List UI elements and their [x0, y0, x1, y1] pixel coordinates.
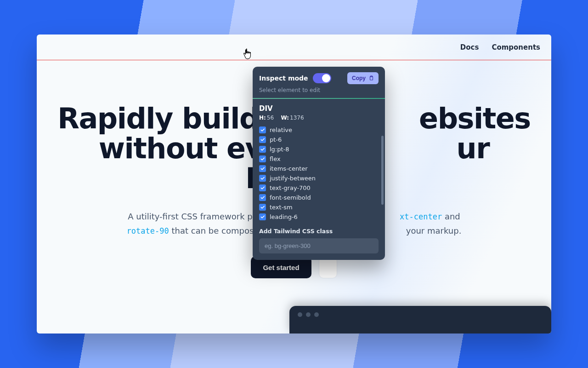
class-name: text-sm	[270, 204, 293, 211]
hero-code-b: rotate-90	[127, 226, 169, 236]
class-row[interactable]: text-sm	[259, 204, 379, 211]
nav-link-components[interactable]: Components	[492, 43, 540, 52]
window-controls	[298, 312, 319, 317]
class-row[interactable]: leading-6	[259, 213, 379, 220]
check-icon	[260, 214, 265, 219]
hero-sub-c: that can be compose	[171, 226, 259, 236]
check-icon	[260, 147, 265, 152]
hero-code-a: xt-center	[400, 212, 442, 221]
dim-w-value: 1376	[290, 115, 304, 121]
class-row[interactable]: relative	[259, 126, 379, 133]
inspector-body: DIV H:56 W:1376 relative pt-6 lg:pt-8	[253, 99, 385, 260]
toggle-knob	[322, 74, 330, 82]
class-name: justify-between	[270, 175, 316, 182]
copy-button[interactable]: Copy	[347, 72, 379, 84]
copy-button-label: Copy	[352, 75, 366, 81]
dim-w-label: W:	[281, 115, 289, 121]
check-icon	[260, 185, 265, 190]
hero-title-part2: ebsites	[419, 102, 531, 135]
window-dot-icon	[298, 312, 302, 317]
checkbox-checked[interactable]	[259, 194, 266, 201]
class-name: leading-6	[270, 213, 298, 220]
class-row[interactable]: flex	[259, 155, 379, 162]
class-row[interactable]: lg:pt-8	[259, 146, 379, 153]
add-class-input[interactable]	[259, 238, 379, 253]
element-dimensions: H:56 W:1376	[259, 115, 379, 121]
hero-title-part1: Rapidly build	[57, 102, 259, 135]
inspect-mode-toggle[interactable]	[313, 73, 331, 83]
add-class-label: Add Tailwind CSS class	[259, 228, 379, 235]
scrollbar-thumb[interactable]	[381, 136, 384, 205]
inspector-title: Inspect mode	[259, 75, 308, 82]
checkbox-checked[interactable]	[259, 136, 266, 143]
check-icon	[260, 166, 265, 171]
check-icon	[260, 127, 265, 132]
class-name: font-semibold	[270, 194, 311, 201]
checkbox-checked[interactable]	[259, 204, 266, 211]
clipboard-icon	[368, 75, 374, 81]
header-bar: Docs Components	[37, 34, 551, 60]
dim-h-value: 56	[267, 115, 274, 121]
window-dot-icon	[306, 312, 311, 317]
class-row[interactable]: items-center	[259, 165, 379, 172]
class-name: relative	[270, 126, 292, 133]
code-window	[289, 306, 551, 334]
class-name: text-gray-700	[270, 184, 311, 191]
class-name: items-center	[270, 165, 308, 172]
class-name: lg:pt-8	[270, 146, 289, 153]
inspector-panel: Inspect mode Copy Select element to edit…	[253, 67, 385, 260]
checkbox-checked[interactable]	[259, 165, 266, 172]
checkbox-checked[interactable]	[259, 184, 266, 191]
hero-sub-d: your markup.	[406, 226, 462, 236]
checkbox-checked[interactable]	[259, 146, 266, 153]
hero-sub-b: and	[445, 212, 460, 221]
checkbox-checked[interactable]	[259, 126, 266, 133]
class-row[interactable]: font-semibold	[259, 194, 379, 201]
class-list: relative pt-6 lg:pt-8 flex items-center	[259, 126, 379, 220]
inspector-subtitle: Select element to edit	[259, 87, 379, 93]
class-row[interactable]: pt-6	[259, 136, 379, 143]
class-row[interactable]: justify-between	[259, 175, 379, 182]
class-name: flex	[270, 155, 281, 162]
class-name: pt-6	[270, 136, 282, 143]
checkbox-checked[interactable]	[259, 175, 266, 182]
check-icon	[260, 176, 265, 181]
check-icon	[260, 137, 265, 142]
checkbox-checked[interactable]	[259, 213, 266, 220]
checkbox-checked[interactable]	[259, 155, 266, 162]
dim-h-label: H:	[259, 115, 266, 121]
inspector-header: Inspect mode Copy Select element to edit	[253, 67, 385, 98]
check-icon	[260, 195, 265, 200]
element-tag: DIV	[259, 104, 379, 113]
window-dot-icon	[314, 312, 319, 317]
class-row[interactable]: text-gray-700	[259, 184, 379, 191]
check-icon	[260, 205, 265, 210]
page: Docs Components Rapidly build xxxxxxxx e…	[37, 34, 551, 334]
check-icon	[260, 156, 265, 161]
nav-link-docs[interactable]: Docs	[460, 43, 479, 52]
